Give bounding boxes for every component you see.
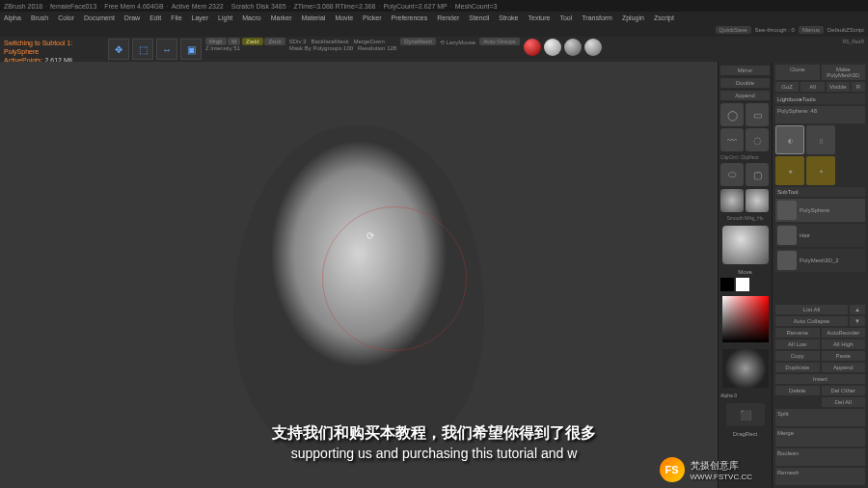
boolean-header[interactable]: Boolean — [775, 448, 865, 466]
tool-thumb-polymesh[interactable]: ★ — [775, 156, 804, 185]
duplicate-button[interactable]: Duplicate — [775, 363, 820, 372]
resolution-slider[interactable]: Resolution 128 — [358, 45, 396, 51]
menu-draw[interactable]: Draw — [124, 14, 140, 21]
menu-macro[interactable]: Macro — [242, 14, 260, 21]
rename-button[interactable]: Rename — [775, 328, 820, 338]
menu-zscript[interactable]: Zscript — [654, 14, 674, 21]
material-basic[interactable] — [584, 39, 602, 56]
delother-button[interactable]: Del Other — [822, 386, 866, 395]
menu-material[interactable]: Material — [301, 14, 325, 21]
stroke-icon[interactable]: ⬛ — [726, 403, 765, 426]
clipcurve-icon[interactable]: 〰 — [720, 128, 744, 151]
menu-color[interactable]: Color — [58, 14, 74, 21]
color-picker[interactable] — [722, 296, 769, 342]
subtool-item-3[interactable]: PolyMesh3D_2 — [775, 249, 865, 272]
tool-thumb-cylinder[interactable]: ▯ — [806, 125, 835, 154]
menu-stroke[interactable]: Stroke — [499, 14, 518, 21]
menu-edit[interactable]: Edit — [149, 14, 161, 21]
listall-button[interactable]: List All — [775, 305, 848, 314]
alpha-preview[interactable] — [722, 349, 769, 388]
goz-button[interactable]: GoZ — [775, 82, 799, 92]
delall-button[interactable]: Del All — [822, 397, 866, 407]
brush-preview[interactable] — [722, 226, 769, 264]
insert-button[interactable]: Insert — [775, 374, 865, 384]
cliprect-icon[interactable]: ▭ — [746, 103, 769, 126]
clipcircle2-icon[interactable]: ◌ — [746, 128, 769, 151]
menu-texture[interactable]: Texture — [528, 14, 550, 21]
color-white[interactable] — [736, 278, 749, 291]
double-button[interactable]: Double — [720, 78, 770, 88]
quicksave-button[interactable]: QuickSave — [716, 26, 751, 34]
autogroups-button[interactable]: Auto Groups — [479, 38, 520, 45]
remesh-header[interactable]: Remesh — [775, 468, 865, 485]
m-button[interactable]: M — [228, 38, 240, 45]
backface-button[interactable]: BackfaceMask — [311, 39, 348, 44]
zsub-button[interactable]: Zsub — [264, 38, 285, 45]
menu-picker[interactable]: Picker — [363, 14, 381, 21]
copy-button[interactable]: Copy — [775, 351, 820, 361]
menu-preferences[interactable]: Preferences — [392, 14, 428, 21]
clone-button[interactable]: Clone — [775, 65, 820, 80]
arrow-down-icon[interactable]: ▼ — [850, 316, 865, 326]
maskby-slider[interactable]: Mask By Polygroups 100 — [289, 45, 353, 51]
subtool-header[interactable]: SubTool — [775, 187, 865, 197]
append-button[interactable]: Append — [720, 91, 770, 100]
mergedown-button[interactable]: MergeDown — [353, 39, 384, 44]
menu-file[interactable]: File — [171, 14, 181, 21]
arrow-up-icon[interactable]: ▲ — [850, 305, 865, 314]
select-rect-icon[interactable]: ▢ — [746, 163, 769, 186]
material-red[interactable] — [524, 39, 541, 56]
make-polymesh-button[interactable]: Make PolyMesh3D — [822, 65, 866, 80]
menu-light[interactable]: Light — [218, 14, 232, 21]
allhigh-button[interactable]: All High — [822, 339, 866, 349]
viewport[interactable]: ⟳ — [0, 62, 718, 488]
append-subtool-button[interactable]: Append — [822, 363, 866, 372]
menu-layer[interactable]: Layer — [192, 14, 209, 21]
mirror-button[interactable]: Mirror — [720, 66, 770, 75]
split-header[interactable]: Split — [775, 409, 865, 426]
move-icon[interactable]: ↔ — [156, 39, 177, 60]
merge-header[interactable]: Merge — [775, 428, 865, 446]
lazymouse-button[interactable]: LazyMouse — [447, 40, 476, 45]
material-gray[interactable] — [544, 39, 561, 56]
gizmo-icon[interactable]: ✥ — [108, 39, 129, 60]
material-matcap[interactable] — [564, 39, 582, 56]
tool-thumb-polysphere[interactable]: ◐ — [775, 125, 804, 154]
menu-zplugin[interactable]: Zplugin — [622, 14, 644, 21]
visible-button[interactable]: Visible — [827, 82, 850, 92]
tool-thumb-simple[interactable]: ✦ — [806, 156, 835, 185]
menu-document[interactable]: Document — [84, 14, 115, 21]
seethrough-slider[interactable]: See-through : 0 — [755, 27, 795, 33]
sdiv-label[interactable]: SDiv 3 — [289, 39, 307, 44]
subtool-item-2[interactable]: Hair — [775, 224, 865, 247]
zadd-button[interactable]: Zadd — [242, 38, 263, 45]
menu-marker[interactable]: Marker — [271, 14, 292, 21]
menu-brush[interactable]: Brush — [31, 14, 48, 21]
clipcircle-icon[interactable]: ◯ — [720, 103, 744, 126]
color-black[interactable] — [720, 278, 734, 291]
menu-alpha[interactable]: Alpha — [4, 14, 21, 21]
brush-mag-icon[interactable] — [746, 189, 769, 212]
lightbox-header[interactable]: Lightbox▸Tools — [775, 94, 865, 104]
mrgb-button[interactable]: Mrgb — [205, 38, 227, 45]
menu-transform[interactable]: Transform — [582, 14, 612, 21]
menu-stencil[interactable]: Stencil — [469, 14, 489, 21]
menu-render[interactable]: Render — [437, 14, 459, 21]
autoreorder-button[interactable]: AutoReorder — [822, 328, 866, 338]
select-lasso-icon[interactable]: ⬭ — [720, 163, 744, 186]
draw-icon[interactable]: ⬚ — [132, 39, 153, 60]
r-button[interactable]: R — [852, 82, 865, 92]
brush-smooth-icon[interactable] — [720, 189, 744, 212]
menus-button[interactable]: Menus — [799, 26, 824, 34]
menu-movie[interactable]: Movie — [335, 14, 353, 21]
subtool-item-1[interactable]: PolySphere — [775, 199, 865, 222]
paste-button[interactable]: Paste — [822, 351, 866, 361]
zintensity-slider[interactable]: Z Intensity 51 — [205, 45, 240, 51]
delete-button[interactable]: Delete — [775, 386, 820, 395]
scale-icon[interactable]: ▣ — [180, 39, 202, 60]
dynamesh-button[interactable]: DynaMesh — [400, 38, 436, 45]
all-button[interactable]: All — [800, 82, 824, 92]
menu-tool[interactable]: Tool — [559, 14, 572, 21]
alllow-button[interactable]: All Low — [775, 339, 820, 349]
autocollapse-button[interactable]: Auto Collapse — [775, 316, 848, 326]
